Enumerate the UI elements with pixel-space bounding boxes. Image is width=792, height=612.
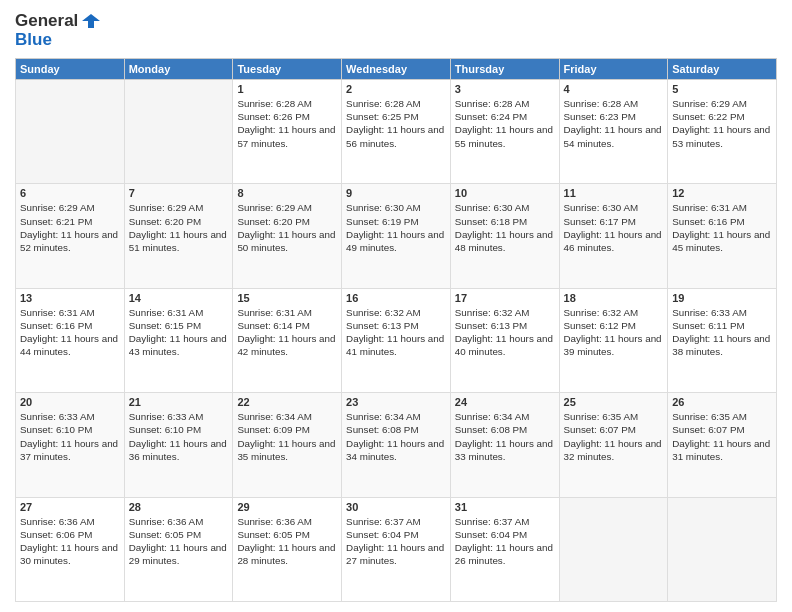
day-info: Sunrise: 6:34 AMSunset: 6:08 PMDaylight:… [455, 410, 555, 463]
calendar-cell: 27Sunrise: 6:36 AMSunset: 6:06 PMDayligh… [16, 497, 125, 601]
day-info: Sunrise: 6:36 AMSunset: 6:05 PMDaylight:… [237, 515, 337, 568]
calendar-cell: 22Sunrise: 6:34 AMSunset: 6:09 PMDayligh… [233, 393, 342, 497]
day-info: Sunrise: 6:35 AMSunset: 6:07 PMDaylight:… [564, 410, 664, 463]
weekday-header-monday: Monday [124, 59, 233, 80]
calendar-week-2: 6Sunrise: 6:29 AMSunset: 6:21 PMDaylight… [16, 184, 777, 288]
calendar-week-4: 20Sunrise: 6:33 AMSunset: 6:10 PMDayligh… [16, 393, 777, 497]
day-number: 26 [672, 396, 772, 408]
day-number: 15 [237, 292, 337, 304]
svg-marker-0 [82, 14, 100, 28]
day-info: Sunrise: 6:28 AMSunset: 6:26 PMDaylight:… [237, 97, 337, 150]
calendar-header-row: SundayMondayTuesdayWednesdayThursdayFrid… [16, 59, 777, 80]
day-number: 23 [346, 396, 446, 408]
day-info: Sunrise: 6:31 AMSunset: 6:14 PMDaylight:… [237, 306, 337, 359]
day-number: 19 [672, 292, 772, 304]
day-info: Sunrise: 6:29 AMSunset: 6:21 PMDaylight:… [20, 201, 120, 254]
header: General Blue [15, 10, 777, 50]
day-number: 28 [129, 501, 229, 513]
day-number: 5 [672, 83, 772, 95]
day-info: Sunrise: 6:36 AMSunset: 6:05 PMDaylight:… [129, 515, 229, 568]
day-number: 29 [237, 501, 337, 513]
calendar-cell: 10Sunrise: 6:30 AMSunset: 6:18 PMDayligh… [450, 184, 559, 288]
day-number: 24 [455, 396, 555, 408]
calendar-cell: 21Sunrise: 6:33 AMSunset: 6:10 PMDayligh… [124, 393, 233, 497]
day-info: Sunrise: 6:29 AMSunset: 6:22 PMDaylight:… [672, 97, 772, 150]
day-info: Sunrise: 6:28 AMSunset: 6:24 PMDaylight:… [455, 97, 555, 150]
calendar-cell: 15Sunrise: 6:31 AMSunset: 6:14 PMDayligh… [233, 288, 342, 392]
day-info: Sunrise: 6:34 AMSunset: 6:09 PMDaylight:… [237, 410, 337, 463]
day-info: Sunrise: 6:37 AMSunset: 6:04 PMDaylight:… [346, 515, 446, 568]
calendar-cell: 16Sunrise: 6:32 AMSunset: 6:13 PMDayligh… [342, 288, 451, 392]
calendar-cell: 7Sunrise: 6:29 AMSunset: 6:20 PMDaylight… [124, 184, 233, 288]
weekday-header-thursday: Thursday [450, 59, 559, 80]
calendar-cell: 1Sunrise: 6:28 AMSunset: 6:26 PMDaylight… [233, 80, 342, 184]
day-number: 2 [346, 83, 446, 95]
day-number: 4 [564, 83, 664, 95]
calendar-cell: 28Sunrise: 6:36 AMSunset: 6:05 PMDayligh… [124, 497, 233, 601]
day-number: 13 [20, 292, 120, 304]
day-info: Sunrise: 6:28 AMSunset: 6:25 PMDaylight:… [346, 97, 446, 150]
day-info: Sunrise: 6:31 AMSunset: 6:16 PMDaylight:… [20, 306, 120, 359]
day-number: 25 [564, 396, 664, 408]
calendar-cell: 4Sunrise: 6:28 AMSunset: 6:23 PMDaylight… [559, 80, 668, 184]
calendar-cell: 5Sunrise: 6:29 AMSunset: 6:22 PMDaylight… [668, 80, 777, 184]
calendar-cell: 26Sunrise: 6:35 AMSunset: 6:07 PMDayligh… [668, 393, 777, 497]
page: General Blue SundayMondayTuesdayWednesda… [0, 0, 792, 612]
day-number: 9 [346, 187, 446, 199]
calendar-cell: 20Sunrise: 6:33 AMSunset: 6:10 PMDayligh… [16, 393, 125, 497]
weekday-header-wednesday: Wednesday [342, 59, 451, 80]
day-number: 6 [20, 187, 120, 199]
day-number: 22 [237, 396, 337, 408]
day-info: Sunrise: 6:33 AMSunset: 6:11 PMDaylight:… [672, 306, 772, 359]
calendar-cell: 18Sunrise: 6:32 AMSunset: 6:12 PMDayligh… [559, 288, 668, 392]
day-number: 7 [129, 187, 229, 199]
calendar-cell: 19Sunrise: 6:33 AMSunset: 6:11 PMDayligh… [668, 288, 777, 392]
calendar-cell: 12Sunrise: 6:31 AMSunset: 6:16 PMDayligh… [668, 184, 777, 288]
calendar-week-1: 1Sunrise: 6:28 AMSunset: 6:26 PMDaylight… [16, 80, 777, 184]
day-number: 11 [564, 187, 664, 199]
calendar-cell: 9Sunrise: 6:30 AMSunset: 6:19 PMDaylight… [342, 184, 451, 288]
calendar-cell: 23Sunrise: 6:34 AMSunset: 6:08 PMDayligh… [342, 393, 451, 497]
calendar-cell [559, 497, 668, 601]
day-info: Sunrise: 6:31 AMSunset: 6:16 PMDaylight:… [672, 201, 772, 254]
day-number: 20 [20, 396, 120, 408]
calendar-cell: 30Sunrise: 6:37 AMSunset: 6:04 PMDayligh… [342, 497, 451, 601]
calendar-week-3: 13Sunrise: 6:31 AMSunset: 6:16 PMDayligh… [16, 288, 777, 392]
day-info: Sunrise: 6:30 AMSunset: 6:19 PMDaylight:… [346, 201, 446, 254]
day-number: 3 [455, 83, 555, 95]
day-info: Sunrise: 6:33 AMSunset: 6:10 PMDaylight:… [20, 410, 120, 463]
day-info: Sunrise: 6:34 AMSunset: 6:08 PMDaylight:… [346, 410, 446, 463]
calendar-cell: 2Sunrise: 6:28 AMSunset: 6:25 PMDaylight… [342, 80, 451, 184]
day-info: Sunrise: 6:33 AMSunset: 6:10 PMDaylight:… [129, 410, 229, 463]
calendar-cell: 24Sunrise: 6:34 AMSunset: 6:08 PMDayligh… [450, 393, 559, 497]
calendar-cell [16, 80, 125, 184]
day-info: Sunrise: 6:32 AMSunset: 6:13 PMDaylight:… [455, 306, 555, 359]
calendar-cell: 14Sunrise: 6:31 AMSunset: 6:15 PMDayligh… [124, 288, 233, 392]
day-number: 1 [237, 83, 337, 95]
day-info: Sunrise: 6:37 AMSunset: 6:04 PMDaylight:… [455, 515, 555, 568]
day-number: 12 [672, 187, 772, 199]
day-number: 31 [455, 501, 555, 513]
calendar-body: 1Sunrise: 6:28 AMSunset: 6:26 PMDaylight… [16, 80, 777, 602]
calendar-week-5: 27Sunrise: 6:36 AMSunset: 6:06 PMDayligh… [16, 497, 777, 601]
day-number: 8 [237, 187, 337, 199]
day-number: 14 [129, 292, 229, 304]
calendar-cell: 29Sunrise: 6:36 AMSunset: 6:05 PMDayligh… [233, 497, 342, 601]
logo-blue-text: Blue [15, 30, 52, 50]
calendar-cell: 31Sunrise: 6:37 AMSunset: 6:04 PMDayligh… [450, 497, 559, 601]
calendar-cell [668, 497, 777, 601]
day-info: Sunrise: 6:29 AMSunset: 6:20 PMDaylight:… [237, 201, 337, 254]
day-number: 21 [129, 396, 229, 408]
logo: General Blue [15, 10, 102, 50]
calendar-cell: 6Sunrise: 6:29 AMSunset: 6:21 PMDaylight… [16, 184, 125, 288]
calendar-cell: 11Sunrise: 6:30 AMSunset: 6:17 PMDayligh… [559, 184, 668, 288]
calendar-cell: 13Sunrise: 6:31 AMSunset: 6:16 PMDayligh… [16, 288, 125, 392]
day-number: 17 [455, 292, 555, 304]
day-number: 10 [455, 187, 555, 199]
day-info: Sunrise: 6:32 AMSunset: 6:13 PMDaylight:… [346, 306, 446, 359]
day-info: Sunrise: 6:29 AMSunset: 6:20 PMDaylight:… [129, 201, 229, 254]
day-number: 30 [346, 501, 446, 513]
day-info: Sunrise: 6:31 AMSunset: 6:15 PMDaylight:… [129, 306, 229, 359]
day-info: Sunrise: 6:35 AMSunset: 6:07 PMDaylight:… [672, 410, 772, 463]
day-info: Sunrise: 6:36 AMSunset: 6:06 PMDaylight:… [20, 515, 120, 568]
